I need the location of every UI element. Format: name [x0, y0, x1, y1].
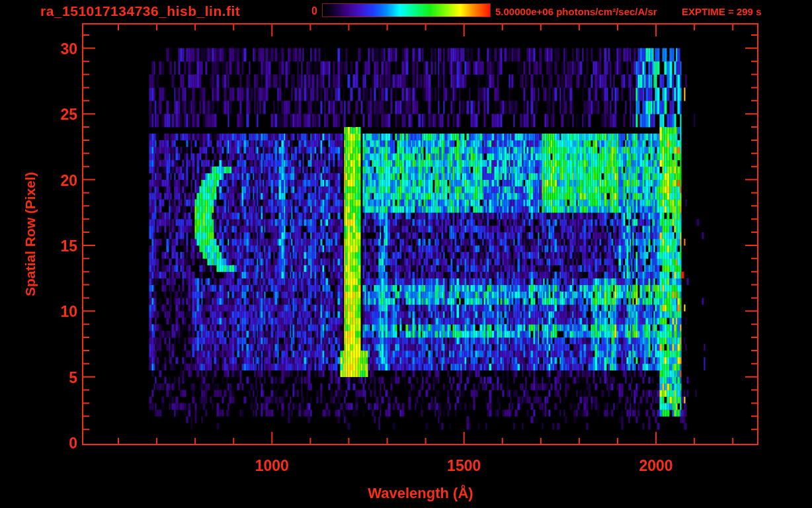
- y-tick-label: 5: [13, 369, 77, 387]
- y-tick-label: 0: [13, 435, 77, 452]
- y-tick-label: 10: [13, 303, 77, 321]
- y-tick-label: 20: [13, 172, 77, 190]
- y-axis-title: Spatial Row (Pixel): [22, 172, 38, 296]
- colorbar: [322, 3, 491, 17]
- y-tick-label: 30: [13, 40, 77, 58]
- y-tick-label: 15: [13, 237, 77, 255]
- exptime-label: EXPTIME = 299 s: [682, 6, 761, 17]
- y-tick-label: 25: [13, 106, 77, 124]
- x-tick-label: 1000: [225, 457, 318, 475]
- colorbar-min-label: 0: [303, 5, 317, 17]
- x-tick-label: 2000: [610, 457, 702, 475]
- x-tick-label: 1500: [418, 457, 510, 475]
- spectral-image-viewer: ra_151017134736_hisb_lin.fit 0 5.00000e+…: [0, 0, 812, 508]
- x-axis-title: Wavelength (Å): [368, 485, 473, 502]
- spectrogram-canvas: [0, 0, 812, 508]
- filename-title: ra_151017134736_hisb_lin.fit: [40, 3, 240, 19]
- colorbar-max-label: 5.00000e+06 photons/cm²/sec/A/sr: [495, 6, 657, 17]
